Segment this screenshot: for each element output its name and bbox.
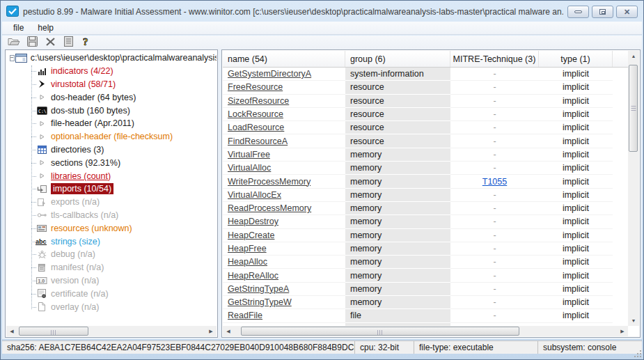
tree-item-resources[interactable]: resources (unknown) [6, 221, 217, 235]
arrow-icon [35, 79, 49, 88]
tree-item-file-header[interactable]: file-header (Apr.2011) [6, 117, 217, 130]
title-bar[interactable]: pestudio 8.99 - Malware Initial Assessme… [2, 2, 642, 22]
mitre-technique-link[interactable]: T1055 [482, 177, 507, 187]
menu-item-file[interactable]: file [8, 22, 29, 33]
tree-item-tls-callbacks[interactable]: tls-callbacks (n/a) [6, 209, 217, 222]
close-icon: ✕ [624, 8, 630, 16]
column-header-mitre-technique[interactable]: MITRE-Technique (3) [450, 51, 539, 67]
minimize-button[interactable] [567, 6, 589, 18]
scroll-up-icon[interactable]: ▲ [628, 51, 639, 61]
table-hscroll-track[interactable] [234, 326, 617, 336]
scroll-left-icon[interactable]: ◀ [6, 326, 17, 336]
tree-item-optional-header[interactable]: optional-header (file-checksum) [6, 130, 217, 143]
tree-item-certificate[interactable]: certificate (n/a) [6, 287, 217, 300]
api-name-link[interactable]: LockResource [228, 109, 283, 119]
toolbar-report-button[interactable] [61, 36, 76, 49]
close-button[interactable]: ✕ [616, 6, 638, 18]
api-name-link[interactable]: WriteProcessMemory [228, 177, 311, 187]
column-header-group[interactable]: group (6) [345, 51, 450, 67]
table-row: FreeResourceresource-implicit [223, 81, 628, 94]
toolbar-open-button[interactable] [6, 36, 22, 49]
cell-name: LockResource [223, 108, 345, 121]
api-name-link[interactable]: VirtualAlloc [228, 163, 271, 173]
menu-item-help[interactable]: help [32, 22, 59, 33]
tree-collapse-icon[interactable]: − [10, 55, 15, 61]
status-file-type-text: file-type: executable [419, 343, 494, 352]
table-vscrollbar[interactable]: ▲ ▼ [628, 51, 639, 326]
table-vscroll-thumb[interactable] [629, 65, 638, 152]
tree-item-debug[interactable]: debug (n/a) [6, 248, 217, 261]
scroll-right-icon[interactable]: ▶ [617, 326, 628, 336]
scroll-icon [35, 263, 49, 272]
api-name-link[interactable]: LoadResource [228, 123, 284, 132]
cell-name: VirtualAlloc [223, 162, 345, 175]
api-name-link[interactable]: GetStringTypeA [228, 284, 289, 294]
api-name-link[interactable]: HeapFree [228, 244, 267, 253]
scroll-right-icon[interactable]: ▶ [205, 326, 217, 336]
api-name-link[interactable]: ReadFile [228, 311, 262, 320]
cell-type: implicit [539, 242, 613, 256]
tree-item-exports[interactable]: exports (n/a) [6, 196, 217, 209]
tree-item-indicators[interactable]: indicators (4/22) [6, 65, 217, 78]
api-name-link[interactable]: HeapDestroy [228, 217, 278, 226]
api-name-link[interactable]: HeapCreate [228, 230, 274, 240]
svg-text:abc: abc [36, 238, 47, 245]
api-name-link[interactable]: ReadProcessMemory [228, 203, 311, 213]
cell-mitre: - [450, 81, 539, 94]
api-name-link[interactable]: HeapAlloc [228, 257, 267, 267]
tree-item-directories[interactable]: directories (3) [6, 143, 217, 157]
cell-name: SizeofResource [223, 95, 345, 108]
api-name-link[interactable]: GetStringTypeW [228, 297, 292, 307]
table-vscroll-track[interactable] [628, 61, 639, 315]
tree-root-label: c:\users\ieuser\desktop\practicalmalware… [31, 53, 217, 63]
tree-item-version[interactable]: 1.0version (n/a) [6, 274, 217, 288]
tree-item-dos-header[interactable]: dos-header (64 bytes) [6, 91, 217, 104]
maximize-button[interactable] [592, 6, 613, 18]
tree-hscroll-track[interactable] [17, 326, 205, 336]
tree-item-strings[interactable]: abcstrings (size) [6, 235, 217, 248]
cell-mitre: T1055 [450, 175, 539, 188]
tree-item-manifest[interactable]: manifest (n/a) [6, 261, 217, 274]
tree-item-root[interactable]: −c:\users\ieuser\desktop\practicalmalwar… [6, 52, 217, 65]
column-header-type[interactable]: type (1) [539, 51, 613, 67]
table-icon [35, 146, 49, 154]
mitre-value: - [493, 123, 496, 132]
tree-item-virustotal[interactable]: virustotal (58/71) [6, 78, 217, 91]
column-header-name[interactable]: name (54) [223, 51, 345, 67]
cell-group: memory [345, 296, 450, 309]
table-hscrollbar[interactable]: ◀ ▶ [223, 326, 628, 336]
scroll-down-icon[interactable]: ▼ [628, 315, 639, 326]
toolbar-help-button[interactable]: ? [79, 36, 94, 49]
tree-item-label: version (n/a) [51, 276, 99, 285]
tree-item-dos-stub[interactable]: C:\dos-stub (160 bytes) [6, 104, 217, 117]
tree-item-libraries[interactable]: libraries (count) [6, 169, 217, 182]
cell-group: memory [345, 283, 450, 296]
mitre-value: - [493, 244, 496, 253]
cell-mitre: - [450, 189, 539, 202]
api-name-link[interactable]: VirtualAllocEx [228, 190, 281, 200]
scroll-left-icon[interactable]: ◀ [223, 326, 234, 336]
cell-type: implicit [539, 162, 613, 175]
api-name-link[interactable]: GetSystemDirectoryA [228, 69, 311, 79]
tree-item-imports[interactable]: imports (10/54) [6, 182, 217, 196]
group-value: resource [350, 123, 384, 132]
table-row: WriteProcessMemorymemoryT1055implicit [223, 175, 628, 188]
cell-group: memory [345, 202, 450, 215]
tree-panel: −c:\users\ieuser\desktop\practicalmalwar… [5, 49, 218, 338]
api-name-link[interactable]: FreeResource [228, 82, 283, 92]
tree-hscrollbar[interactable]: ◀ ▶ [6, 326, 217, 336]
tree-item-label: file-header (Apr.2011) [51, 118, 134, 128]
group-value: system-information [350, 69, 424, 79]
table-hscroll-thumb[interactable] [241, 327, 519, 336]
toolbar-close-file-button[interactable] [42, 36, 58, 49]
resize-grip[interactable] [634, 350, 642, 358]
api-name-link[interactable]: HeapReAlloc [228, 271, 278, 281]
api-name-link[interactable]: SizeofResource [228, 96, 289, 106]
tree-item-sections[interactable]: sections (92.31%) [6, 156, 217, 169]
tree-item-overlay[interactable]: overlay (n/a) [6, 300, 217, 313]
cell-group: resource [345, 121, 450, 134]
tree-hscroll-thumb[interactable] [19, 327, 88, 336]
api-name-link[interactable]: VirtualFree [228, 150, 270, 159]
toolbar-save-button[interactable] [24, 36, 40, 49]
api-name-link[interactable]: FindResourceA [228, 136, 288, 146]
